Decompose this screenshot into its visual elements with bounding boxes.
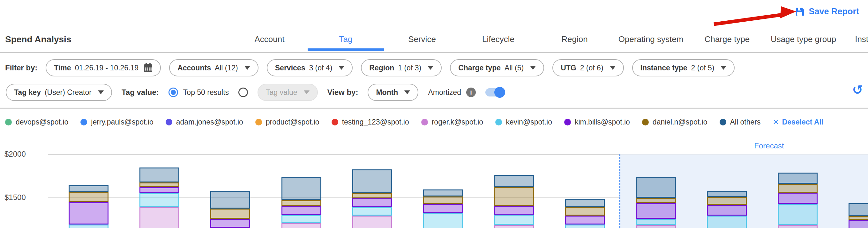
bar-segment[interactable]	[778, 193, 817, 204]
bar-segment[interactable]	[636, 198, 676, 203]
charge-type-filter-dropdown[interactable]: Charge typeAll (5)	[450, 59, 544, 76]
bar-segment[interactable]	[494, 175, 534, 187]
calendar-icon	[144, 63, 153, 73]
bar-segment[interactable]	[778, 173, 817, 184]
legend-item[interactable]: jerry.pauls@spot.io	[81, 118, 154, 126]
utg-filter-dropdown[interactable]: UTG2 (of 6)	[552, 59, 624, 76]
bar-segment[interactable]	[636, 225, 676, 228]
bar-segment[interactable]	[423, 189, 463, 196]
chevron-down-icon	[304, 90, 310, 94]
tag-value-pill-label: Tag value	[266, 88, 297, 97]
tab-region[interactable]: Region	[536, 28, 613, 50]
region-filter-dropdown[interactable]: Region1 (of 3)	[361, 59, 442, 76]
bar-segment[interactable]	[778, 184, 817, 193]
bar-segment[interactable]	[140, 193, 179, 207]
bar-segment[interactable]	[352, 198, 392, 207]
bar-segment[interactable]	[778, 204, 817, 225]
bar-segment[interactable]	[423, 213, 463, 228]
legend-item[interactable]: product@spot.io	[255, 118, 319, 126]
tab-instance-type[interactable]: Instance type	[841, 28, 868, 50]
bar-segment[interactable]	[494, 215, 534, 225]
legend-dot-icon	[495, 119, 502, 125]
legend-item[interactable]: kim.bills@spot.io	[564, 118, 630, 126]
bar-segment[interactable]	[848, 203, 868, 216]
bar-segment[interactable]	[848, 220, 868, 228]
bar-segment[interactable]	[707, 191, 747, 197]
refresh-icon[interactable]: ↺	[852, 83, 863, 96]
bar-segment[interactable]	[848, 216, 868, 220]
legend-item[interactable]: devops@spot.io	[5, 118, 68, 126]
tab-usage-type-group[interactable]: Usage type group	[765, 28, 841, 50]
bar-segment[interactable]	[565, 225, 605, 228]
bar-segment[interactable]	[352, 169, 392, 193]
bar-segment[interactable]	[707, 216, 747, 228]
bar-segment[interactable]	[281, 200, 321, 206]
tab-charge-type[interactable]: Charge type	[689, 28, 765, 50]
custom-tag-value-radio[interactable]	[238, 87, 248, 97]
services-filter-dropdown[interactable]: Services3 (of 4)	[267, 59, 353, 76]
tab-tag[interactable]: Tag	[308, 28, 384, 50]
bar-segment[interactable]	[140, 207, 179, 228]
bar-segment[interactable]	[423, 204, 463, 213]
bar-segment[interactable]	[636, 219, 676, 225]
deselect-all-button[interactable]: ✕Deselect All	[773, 118, 823, 126]
bar-segment[interactable]	[636, 203, 676, 219]
top-50-results-radio[interactable]	[168, 87, 178, 97]
bar-segment[interactable]	[69, 225, 108, 228]
bar-segment[interactable]	[423, 196, 463, 204]
bar-segment[interactable]	[494, 225, 534, 228]
legend-item[interactable]: daniel.n@spot.io	[642, 118, 708, 126]
bar-segment[interactable]	[210, 191, 250, 208]
bar-segment[interactable]	[69, 185, 108, 192]
legend-dot-icon	[720, 119, 726, 125]
legend-item[interactable]: adam.jones@spot.io	[166, 118, 243, 126]
bar-segment[interactable]	[707, 205, 747, 216]
save-report-button[interactable]: Save Report	[795, 6, 859, 16]
bar-segment[interactable]	[281, 223, 321, 228]
bar-segment[interactable]	[565, 216, 605, 225]
bar-segment[interactable]	[140, 167, 179, 183]
bar-segment[interactable]	[69, 192, 108, 202]
bar-segment[interactable]	[210, 219, 250, 228]
amortized-toggle[interactable]	[485, 88, 504, 97]
tab-bar: AccountTagServiceLifecycleRegionOperatin…	[231, 28, 868, 50]
legend-item[interactable]: roger.k@spot.io	[421, 118, 483, 126]
bar-segment[interactable]	[69, 202, 108, 225]
bar-segment[interactable]	[565, 199, 605, 207]
bar-segment[interactable]	[494, 187, 534, 206]
bar-segment[interactable]	[494, 206, 534, 215]
tag-key-dropdown[interactable]: Tag key (User) Creator	[6, 84, 112, 101]
legend-item[interactable]: All others	[720, 118, 761, 126]
bar-segment[interactable]	[778, 225, 817, 228]
tab-operating-system[interactable]: Operating system	[613, 28, 689, 50]
legend-item[interactable]: testing_123@spot.io	[332, 118, 409, 126]
tag-key-pill-label: Tag key	[14, 88, 41, 97]
bar-segment[interactable]	[281, 206, 321, 215]
page-title: Spend Analysis	[5, 34, 71, 45]
bar-segment[interactable]	[565, 207, 605, 216]
tab-lifecycle[interactable]: Lifecycle	[460, 28, 536, 50]
bar-segment[interactable]	[140, 183, 179, 187]
legend-item[interactable]: kevin@spot.io	[495, 118, 552, 126]
time-filter-dropdown[interactable]: Time01.26.19 - 10.26.19	[45, 59, 161, 76]
toggle-knob	[494, 87, 505, 98]
chart-legend: devops@spot.iojerry.pauls@spot.ioadam.jo…	[5, 116, 823, 128]
bar-segment[interactable]	[707, 197, 747, 205]
view-by-dropdown[interactable]: Month	[368, 84, 418, 101]
bar-segment[interactable]	[352, 216, 392, 228]
bar-segment[interactable]	[352, 207, 392, 216]
bar-segment[interactable]	[636, 177, 676, 198]
bar-segment[interactable]	[140, 187, 179, 193]
bar-segment[interactable]	[210, 208, 250, 219]
tab-service[interactable]: Service	[384, 28, 460, 50]
chevron-down-icon	[98, 90, 104, 94]
info-icon[interactable]: i	[466, 87, 476, 97]
tag-value-label: Tag value:	[122, 88, 159, 97]
bar-segment[interactable]	[281, 215, 321, 223]
accounts-filter-dropdown[interactable]: AccountsAll (12)	[169, 59, 258, 76]
bar-segment[interactable]	[281, 177, 321, 200]
instance-type-filter-dropdown[interactable]: Instance type2 (of 5)	[632, 59, 735, 76]
tab-account[interactable]: Account	[231, 28, 308, 50]
bar-segment[interactable]	[352, 193, 392, 198]
legend-item-label: daniel.n@spot.io	[653, 118, 708, 126]
